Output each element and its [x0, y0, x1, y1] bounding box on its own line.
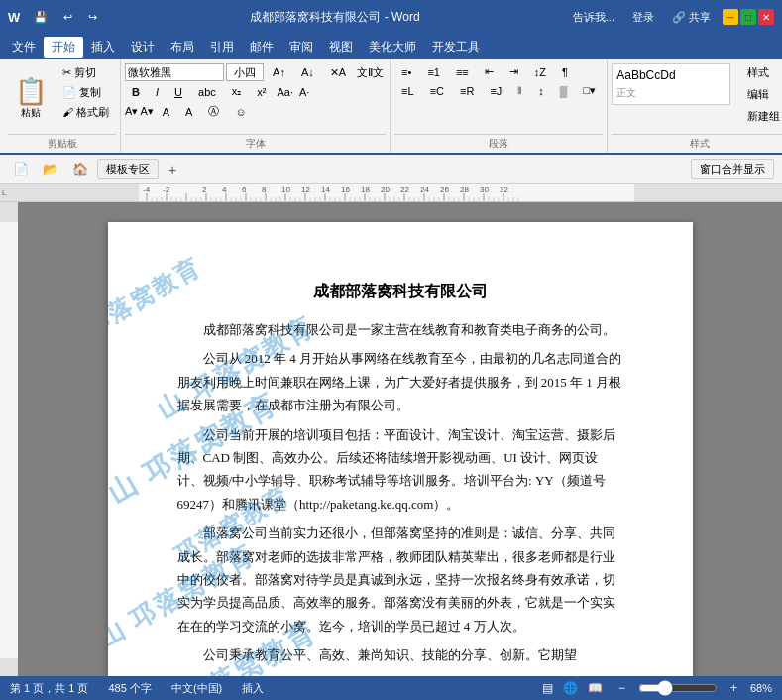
cut-copy-group: ✂ 剪切 📄 复制 🖌 格式刷 — [56, 63, 116, 122]
title-bar: W 💾 ↩ ↪ 成都部落窝科技有限公司 - Word 告诉我... 登录 🔗 共… — [0, 0, 782, 34]
strikethrough-button[interactable]: abc — [191, 84, 223, 100]
clear-format-button[interactable]: ✕A — [323, 64, 353, 81]
tell-me-button[interactable]: 告诉我... — [567, 8, 620, 27]
new-group-button[interactable]: 新建组 — [740, 107, 782, 126]
quick-undo-button[interactable]: ↩ — [57, 9, 78, 26]
menu-bar: 文件 开始 插入 设计 布局 引用 邮件 审阅 视图 美化大师 开发工具 — [0, 34, 782, 59]
font-label: 字体 — [125, 134, 386, 153]
cut-button[interactable]: ✂ 剪切 — [56, 63, 116, 82]
column-button[interactable]: ⫴ — [510, 82, 529, 99]
style-preview-label: 正文 — [616, 86, 726, 100]
menu-mailings[interactable]: 邮件 — [242, 37, 281, 58]
indent-decrease-button[interactable]: ⇤ — [478, 63, 501, 80]
paragraph-2: 公司从 2012 年 4 月开始从事网络在线教育至今，由最初的几名志同道合的朋友… — [177, 347, 623, 416]
menu-home[interactable]: 开始 — [44, 37, 83, 58]
open-file-button[interactable]: 📂 — [38, 159, 63, 179]
font-color-label: A· — [297, 86, 311, 98]
menu-design[interactable]: 设计 — [123, 37, 163, 58]
share-button[interactable]: 🔗 共享 — [666, 8, 717, 27]
bold-button[interactable]: B — [125, 84, 147, 100]
superscript-button[interactable]: x² — [250, 84, 273, 100]
menu-references[interactable]: 引用 — [202, 37, 242, 58]
zoom-out-button[interactable]: − — [615, 680, 628, 696]
font-name-input[interactable] — [125, 63, 224, 81]
align-center-button[interactable]: ≡C — [423, 83, 451, 99]
menu-insert[interactable]: 插入 — [83, 37, 123, 58]
style-label: 样式 — [612, 134, 782, 153]
format-painter-button[interactable]: 🖌 格式刷 — [56, 103, 116, 122]
paste-button[interactable]: 📋 粘贴 — [8, 63, 54, 123]
wbf-label: 文Ⅱ文 — [355, 65, 386, 80]
document-title: 成都部落窝科技有限公司 — [177, 282, 623, 302]
toolbar-area: 📄 📂 🏠 模板专区 + 窗口合并显示 — [0, 155, 782, 184]
close-button[interactable]: ✕ — [758, 9, 774, 25]
align-left-button[interactable]: ≡L — [394, 83, 421, 99]
ribbon: 📋 粘贴 ✂ 剪切 📄 复制 🖌 格式刷 剪贴板 A↑ A↓ ✕A 文Ⅱ文 — [0, 59, 782, 155]
ruler-svg: L [ {"x":145,"label":"-4"},{"x":170,"lab… — [0, 184, 782, 201]
border-button[interactable]: □▾ — [577, 82, 604, 99]
menu-developer[interactable]: 开发工具 — [424, 37, 488, 58]
add-tab-button[interactable]: + — [163, 160, 182, 179]
document-page: 邛落窝教育 山 邛落窝教育 山 邛落窝教育 邛落窝教育 山 邛落窝教育 山 邛落… — [108, 222, 693, 676]
home-button[interactable]: 🏠 — [67, 159, 93, 179]
font-grow-button[interactable]: A↑ — [266, 64, 292, 80]
font-shrink-button[interactable]: A↓ — [294, 64, 321, 80]
subscript-button[interactable]: x₂ — [225, 83, 249, 100]
svg-text:28: 28 — [460, 185, 469, 194]
styles-button[interactable]: 样式 — [740, 63, 782, 82]
title-bar-left: W 💾 ↩ ↪ — [8, 9, 103, 26]
shading-button[interactable]: ▒ — [553, 83, 575, 99]
emoji-button[interactable]: ☺ — [228, 104, 253, 120]
svg-text:8: 8 — [262, 185, 267, 194]
sort-button[interactable]: ↕Z — [527, 64, 553, 80]
word-count: 485 个字 — [108, 681, 151, 696]
menu-review[interactable]: 审阅 — [281, 37, 321, 58]
italic-button[interactable]: I — [149, 84, 166, 100]
font-size-a-small-button[interactable]: A — [178, 104, 199, 120]
page-count: 第 1 页，共 1 页 — [10, 681, 88, 696]
maximize-button[interactable]: □ — [740, 9, 756, 25]
indent-increase-button[interactable]: ⇥ — [503, 63, 525, 80]
print-view-button[interactable]: ▤ — [539, 680, 556, 696]
login-button[interactable]: 登录 — [626, 8, 660, 27]
quick-save-button[interactable]: 💾 — [28, 9, 54, 26]
document-body[interactable]: 成都部落窝科技有限公司是一家主营在线教育和教育类电子商务的公司。 公司从 201… — [177, 318, 623, 666]
underline-button[interactable]: U — [168, 84, 189, 100]
svg-rect-98 — [0, 222, 18, 658]
web-view-button[interactable]: 🌐 — [560, 680, 581, 696]
menu-layout[interactable]: 布局 — [163, 37, 202, 58]
align-right-button[interactable]: ≡R — [453, 83, 481, 99]
font-size-input[interactable] — [226, 63, 264, 81]
document-area[interactable]: 邛落窝教育 山 邛落窝教育 山 邛落窝教育 邛落窝教育 山 邛落窝教育 山 邛落… — [18, 202, 782, 676]
menu-file[interactable]: 文件 — [4, 37, 44, 58]
svg-text:12: 12 — [301, 185, 310, 194]
zoom-in-button[interactable]: + — [727, 680, 740, 696]
menu-view[interactable]: 视图 — [321, 37, 361, 58]
svg-text:2: 2 — [202, 185, 207, 194]
paragraph-controls: ≡• ≡1 ≡≡ ⇤ ⇥ ↕Z ¶ ≡L ≡C ≡R ≡J ⫴ ↕ ▒ □▾ — [394, 63, 603, 99]
window-controls: ─ □ ✕ — [723, 9, 774, 25]
window-merge-button[interactable]: 窗口合并显示 — [691, 159, 774, 179]
line-spacing-button[interactable]: ↕ — [531, 83, 551, 99]
justify-button[interactable]: ≡J — [483, 83, 508, 99]
quick-redo-button[interactable]: ↪ — [82, 9, 103, 26]
copy-button[interactable]: 📄 复制 — [56, 83, 116, 102]
menu-beautify[interactable]: 美化大师 — [361, 37, 424, 58]
new-file-button[interactable]: 📄 — [8, 159, 34, 179]
read-view-button[interactable]: 📖 — [585, 680, 606, 696]
outline-list-button[interactable]: ≡≡ — [449, 64, 476, 80]
font-size-a-button[interactable]: A — [156, 104, 176, 120]
circle-a-button[interactable]: Ⓐ — [201, 102, 226, 121]
show-hide-button[interactable]: ¶ — [555, 64, 575, 80]
paragraph-4: 部落窝公司当前实力还很小，但部落窝坚持的准则是：诚信、分享、共同成长。部落窝对老… — [177, 522, 623, 638]
numbered-list-button[interactable]: ≡1 — [420, 64, 447, 80]
language: 中文(中国) — [171, 681, 222, 696]
svg-text:22: 22 — [400, 185, 409, 194]
minimize-button[interactable]: ─ — [723, 9, 738, 25]
zoom-slider[interactable] — [638, 680, 718, 696]
edit-button[interactable]: 编辑 — [740, 85, 782, 104]
app-logo: W — [8, 10, 20, 25]
style-section: AaBbCcDd 正文 样式 编辑 新建组 样式 — [608, 59, 782, 153]
bullet-list-button[interactable]: ≡• — [394, 64, 418, 80]
font-style-row: B I U abc x₂ x² Aa· A· — [125, 83, 386, 100]
